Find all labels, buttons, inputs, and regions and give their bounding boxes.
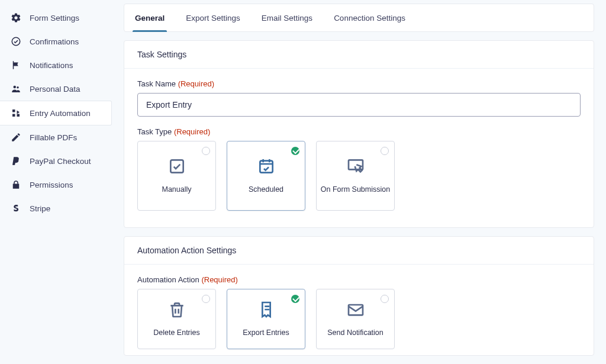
- check-circle-icon: [11, 36, 21, 47]
- option-label: On Form Submission: [321, 185, 390, 194]
- flag-icon: [11, 60, 21, 70]
- envelope-icon: [346, 300, 365, 321]
- task-type-scheduled[interactable]: Scheduled: [227, 141, 305, 211]
- people-icon: [11, 83, 21, 94]
- sidebar-item-personal-data[interactable]: Personal Data: [0, 77, 115, 101]
- sidebar-item-label: Personal Data: [30, 85, 80, 94]
- option-label: Manually: [162, 185, 191, 194]
- main-content: General Export Settings Email Settings C…: [115, 0, 606, 364]
- sidebar-item-fillable-pdfs[interactable]: Fillable PDFs: [0, 125, 115, 149]
- radio-indicator: [202, 295, 210, 303]
- task-type-on-submission[interactable]: On Form Submission: [316, 141, 395, 211]
- gear-icon: [11, 12, 21, 23]
- pen-icon: [11, 132, 21, 143]
- sidebar-item-form-settings[interactable]: Form Settings: [0, 6, 115, 30]
- tab-export-settings[interactable]: Export Settings: [183, 4, 243, 31]
- svg-rect-4: [260, 161, 272, 173]
- option-label: Delete Entries: [153, 328, 200, 337]
- action-export-entries[interactable]: Export Entries: [227, 289, 305, 349]
- task-name-input[interactable]: [137, 93, 581, 117]
- svg-point-1: [14, 86, 17, 89]
- svg-point-2: [17, 86, 18, 88]
- paypal-icon: [11, 156, 21, 166]
- svg-rect-6: [349, 305, 363, 315]
- lock-icon: [11, 179, 21, 190]
- trash-icon: [167, 300, 186, 321]
- stripe-icon: [11, 203, 21, 214]
- sidebar-item-label: Confirmations: [30, 37, 79, 46]
- task-settings-heading: Task Settings: [124, 41, 594, 69]
- sidebar: Form Settings Confirmations Notification…: [0, 0, 115, 364]
- automation-action-options: Delete Entries Export Entries: [137, 289, 581, 349]
- radio-indicator: [291, 147, 299, 155]
- radio-indicator: [381, 147, 389, 155]
- checkbox-card-icon: [167, 157, 186, 178]
- sidebar-item-paypal-checkout[interactable]: PayPal Checkout: [0, 149, 115, 173]
- tab-general[interactable]: General: [133, 4, 167, 31]
- option-label: Scheduled: [249, 185, 283, 194]
- sidebar-item-label: Stripe: [30, 204, 50, 213]
- sidebar-item-permissions[interactable]: Permissions: [0, 173, 115, 197]
- automation-icon: [11, 108, 21, 118]
- automation-action-panel: Automation Action Settings Automation Ac…: [124, 236, 594, 356]
- sidebar-item-entry-automation[interactable]: Entry Automation: [0, 101, 112, 125]
- tab-email-settings[interactable]: Email Settings: [259, 4, 315, 31]
- tab-connection-settings[interactable]: Connection Settings: [331, 4, 408, 31]
- svg-rect-3: [170, 160, 183, 173]
- automation-action-label: Automation Action (Required): [137, 275, 581, 284]
- sidebar-item-confirmations[interactable]: Confirmations: [0, 30, 115, 53]
- tabs-bar: General Export Settings Email Settings C…: [124, 4, 594, 32]
- sidebar-item-label: Permissions: [30, 181, 73, 189]
- form-click-icon: [346, 157, 365, 178]
- radio-indicator: [381, 295, 389, 303]
- sidebar-item-stripe[interactable]: Stripe: [0, 197, 115, 220]
- sidebar-item-label: Notifications: [30, 61, 73, 70]
- task-name-label: Task Name (Required): [137, 79, 581, 88]
- sidebar-item-label: Fillable PDFs: [30, 133, 77, 142]
- sidebar-item-label: Entry Automation: [30, 109, 91, 118]
- task-settings-panel: Task Settings Task Name (Required) Task …: [124, 40, 594, 228]
- task-type-manually[interactable]: Manually: [137, 141, 216, 211]
- calendar-icon: [257, 157, 276, 178]
- task-type-options: Manually Scheduled On Fo: [137, 141, 581, 211]
- task-type-label: Task Type (Required): [137, 127, 581, 136]
- automation-action-heading: Automation Action Settings: [124, 237, 594, 265]
- action-delete-entries[interactable]: Delete Entries: [137, 289, 216, 349]
- document-icon: [257, 300, 276, 321]
- radio-indicator: [202, 147, 210, 155]
- option-label: Export Entries: [243, 328, 289, 337]
- sidebar-item-notifications[interactable]: Notifications: [0, 53, 115, 77]
- radio-indicator: [291, 295, 299, 303]
- action-send-notification[interactable]: Send Notification: [316, 289, 395, 349]
- sidebar-item-label: Form Settings: [30, 14, 79, 22]
- sidebar-item-label: PayPal Checkout: [30, 157, 91, 166]
- option-label: Send Notification: [327, 328, 383, 337]
- svg-point-0: [12, 37, 20, 46]
